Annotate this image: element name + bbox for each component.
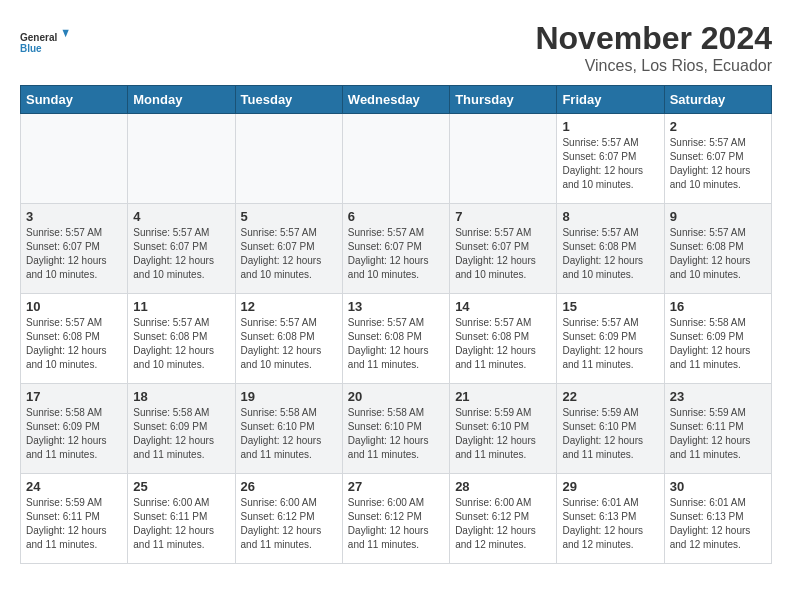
day-number: 4: [133, 209, 229, 224]
day-number: 24: [26, 479, 122, 494]
calendar-cell: 24Sunrise: 5:59 AM Sunset: 6:11 PM Dayli…: [21, 474, 128, 564]
calendar-cell: 23Sunrise: 5:59 AM Sunset: 6:11 PM Dayli…: [664, 384, 771, 474]
day-info: Sunrise: 5:57 AM Sunset: 6:07 PM Dayligh…: [133, 226, 229, 282]
week-row-3: 10Sunrise: 5:57 AM Sunset: 6:08 PM Dayli…: [21, 294, 772, 384]
day-info: Sunrise: 5:57 AM Sunset: 6:09 PM Dayligh…: [562, 316, 658, 372]
day-number: 19: [241, 389, 337, 404]
calendar-cell: 10Sunrise: 5:57 AM Sunset: 6:08 PM Dayli…: [21, 294, 128, 384]
day-number: 1: [562, 119, 658, 134]
calendar-cell: 9Sunrise: 5:57 AM Sunset: 6:08 PM Daylig…: [664, 204, 771, 294]
day-number: 17: [26, 389, 122, 404]
day-info: Sunrise: 5:57 AM Sunset: 6:08 PM Dayligh…: [241, 316, 337, 372]
day-number: 22: [562, 389, 658, 404]
week-row-1: 1Sunrise: 5:57 AM Sunset: 6:07 PM Daylig…: [21, 114, 772, 204]
calendar-cell: [21, 114, 128, 204]
location-subtitle: Vinces, Los Rios, Ecuador: [535, 57, 772, 75]
day-number: 21: [455, 389, 551, 404]
svg-marker-2: [63, 30, 69, 38]
day-info: Sunrise: 5:57 AM Sunset: 6:07 PM Dayligh…: [670, 136, 766, 192]
day-number: 20: [348, 389, 444, 404]
day-number: 10: [26, 299, 122, 314]
day-info: Sunrise: 5:57 AM Sunset: 6:07 PM Dayligh…: [455, 226, 551, 282]
header-monday: Monday: [128, 86, 235, 114]
svg-text:General: General: [20, 32, 57, 43]
day-number: 30: [670, 479, 766, 494]
calendar-cell: 25Sunrise: 6:00 AM Sunset: 6:11 PM Dayli…: [128, 474, 235, 564]
calendar-cell: 18Sunrise: 5:58 AM Sunset: 6:09 PM Dayli…: [128, 384, 235, 474]
logo: General Blue: [20, 20, 70, 65]
header-thursday: Thursday: [450, 86, 557, 114]
day-number: 25: [133, 479, 229, 494]
calendar-cell: [450, 114, 557, 204]
calendar-cell: 29Sunrise: 6:01 AM Sunset: 6:13 PM Dayli…: [557, 474, 664, 564]
week-row-5: 24Sunrise: 5:59 AM Sunset: 6:11 PM Dayli…: [21, 474, 772, 564]
day-info: Sunrise: 5:57 AM Sunset: 6:08 PM Dayligh…: [133, 316, 229, 372]
day-info: Sunrise: 5:58 AM Sunset: 6:10 PM Dayligh…: [348, 406, 444, 462]
calendar-cell: 1Sunrise: 5:57 AM Sunset: 6:07 PM Daylig…: [557, 114, 664, 204]
day-number: 8: [562, 209, 658, 224]
page-header: General Blue November 2024 Vinces, Los R…: [20, 20, 772, 75]
day-info: Sunrise: 5:57 AM Sunset: 6:08 PM Dayligh…: [26, 316, 122, 372]
day-number: 6: [348, 209, 444, 224]
calendar-cell: [235, 114, 342, 204]
day-info: Sunrise: 5:59 AM Sunset: 6:11 PM Dayligh…: [670, 406, 766, 462]
day-info: Sunrise: 5:57 AM Sunset: 6:08 PM Dayligh…: [455, 316, 551, 372]
day-number: 9: [670, 209, 766, 224]
calendar-cell: 14Sunrise: 5:57 AM Sunset: 6:08 PM Dayli…: [450, 294, 557, 384]
calendar-cell: 22Sunrise: 5:59 AM Sunset: 6:10 PM Dayli…: [557, 384, 664, 474]
day-info: Sunrise: 5:57 AM Sunset: 6:07 PM Dayligh…: [241, 226, 337, 282]
calendar-cell: [342, 114, 449, 204]
calendar-cell: 8Sunrise: 5:57 AM Sunset: 6:08 PM Daylig…: [557, 204, 664, 294]
day-info: Sunrise: 5:57 AM Sunset: 6:08 PM Dayligh…: [348, 316, 444, 372]
header-sunday: Sunday: [21, 86, 128, 114]
day-info: Sunrise: 5:57 AM Sunset: 6:07 PM Dayligh…: [26, 226, 122, 282]
calendar-cell: 4Sunrise: 5:57 AM Sunset: 6:07 PM Daylig…: [128, 204, 235, 294]
calendar-cell: 5Sunrise: 5:57 AM Sunset: 6:07 PM Daylig…: [235, 204, 342, 294]
logo-svg: General Blue: [20, 20, 70, 65]
month-title: November 2024: [535, 20, 772, 57]
day-number: 26: [241, 479, 337, 494]
calendar-cell: 6Sunrise: 5:57 AM Sunset: 6:07 PM Daylig…: [342, 204, 449, 294]
day-info: Sunrise: 5:57 AM Sunset: 6:07 PM Dayligh…: [348, 226, 444, 282]
day-info: Sunrise: 5:58 AM Sunset: 6:09 PM Dayligh…: [133, 406, 229, 462]
header-tuesday: Tuesday: [235, 86, 342, 114]
day-info: Sunrise: 5:57 AM Sunset: 6:07 PM Dayligh…: [562, 136, 658, 192]
day-info: Sunrise: 6:00 AM Sunset: 6:12 PM Dayligh…: [241, 496, 337, 552]
day-info: Sunrise: 5:57 AM Sunset: 6:08 PM Dayligh…: [670, 226, 766, 282]
day-info: Sunrise: 5:59 AM Sunset: 6:10 PM Dayligh…: [562, 406, 658, 462]
calendar-table: SundayMondayTuesdayWednesdayThursdayFrid…: [20, 85, 772, 564]
calendar-cell: 7Sunrise: 5:57 AM Sunset: 6:07 PM Daylig…: [450, 204, 557, 294]
day-number: 23: [670, 389, 766, 404]
calendar-cell: 13Sunrise: 5:57 AM Sunset: 6:08 PM Dayli…: [342, 294, 449, 384]
day-number: 15: [562, 299, 658, 314]
week-row-2: 3Sunrise: 5:57 AM Sunset: 6:07 PM Daylig…: [21, 204, 772, 294]
day-info: Sunrise: 6:01 AM Sunset: 6:13 PM Dayligh…: [562, 496, 658, 552]
day-info: Sunrise: 6:00 AM Sunset: 6:12 PM Dayligh…: [348, 496, 444, 552]
calendar-cell: 17Sunrise: 5:58 AM Sunset: 6:09 PM Dayli…: [21, 384, 128, 474]
day-number: 29: [562, 479, 658, 494]
calendar-cell: 21Sunrise: 5:59 AM Sunset: 6:10 PM Dayli…: [450, 384, 557, 474]
day-number: 13: [348, 299, 444, 314]
day-number: 27: [348, 479, 444, 494]
calendar-cell: 27Sunrise: 6:00 AM Sunset: 6:12 PM Dayli…: [342, 474, 449, 564]
day-number: 11: [133, 299, 229, 314]
day-info: Sunrise: 5:57 AM Sunset: 6:08 PM Dayligh…: [562, 226, 658, 282]
day-info: Sunrise: 5:59 AM Sunset: 6:11 PM Dayligh…: [26, 496, 122, 552]
day-info: Sunrise: 6:00 AM Sunset: 6:11 PM Dayligh…: [133, 496, 229, 552]
day-number: 5: [241, 209, 337, 224]
day-info: Sunrise: 5:58 AM Sunset: 6:09 PM Dayligh…: [26, 406, 122, 462]
header-saturday: Saturday: [664, 86, 771, 114]
day-info: Sunrise: 6:01 AM Sunset: 6:13 PM Dayligh…: [670, 496, 766, 552]
calendar-cell: 20Sunrise: 5:58 AM Sunset: 6:10 PM Dayli…: [342, 384, 449, 474]
calendar-cell: 30Sunrise: 6:01 AM Sunset: 6:13 PM Dayli…: [664, 474, 771, 564]
day-info: Sunrise: 5:59 AM Sunset: 6:10 PM Dayligh…: [455, 406, 551, 462]
calendar-cell: 12Sunrise: 5:57 AM Sunset: 6:08 PM Dayli…: [235, 294, 342, 384]
calendar-cell: 16Sunrise: 5:58 AM Sunset: 6:09 PM Dayli…: [664, 294, 771, 384]
day-number: 2: [670, 119, 766, 134]
day-number: 3: [26, 209, 122, 224]
calendar-cell: [128, 114, 235, 204]
day-number: 7: [455, 209, 551, 224]
svg-text:Blue: Blue: [20, 43, 42, 54]
calendar-cell: 11Sunrise: 5:57 AM Sunset: 6:08 PM Dayli…: [128, 294, 235, 384]
calendar-cell: 19Sunrise: 5:58 AM Sunset: 6:10 PM Dayli…: [235, 384, 342, 474]
